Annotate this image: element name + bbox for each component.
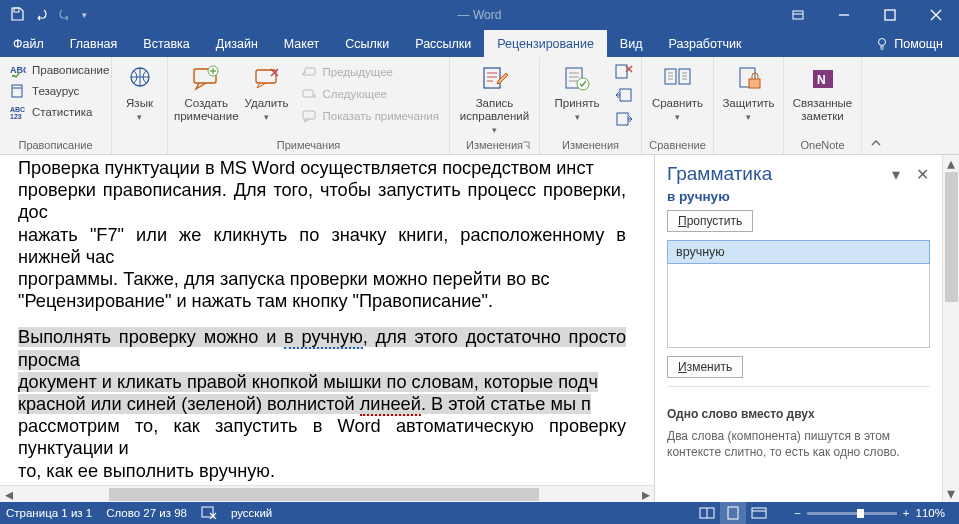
next-comment-icon [301, 86, 317, 102]
thesaurus-button[interactable]: Тезаурус [6, 82, 105, 100]
grammar-error[interactable]: в ручную [284, 327, 363, 349]
tab-view[interactable]: Вид [607, 30, 656, 57]
svg-rect-27 [202, 507, 213, 517]
thesaurus-icon [10, 83, 26, 99]
save-icon[interactable] [10, 7, 24, 24]
tab-home[interactable]: Главная [57, 30, 131, 57]
group-changes-label: Изменения [562, 139, 619, 151]
scroll-up-icon[interactable]: ▴ [943, 155, 959, 172]
group-onenote-label: OneNote [800, 139, 844, 151]
tab-review[interactable]: Рецензирование [484, 30, 607, 57]
document-body[interactable]: Проверка пунктуации в MS Word осуществля… [0, 155, 654, 482]
protect-button[interactable]: Защитить ▾ [720, 61, 777, 123]
next-change-icon[interactable] [614, 111, 634, 131]
zoom-in-icon[interactable]: + [903, 507, 910, 519]
pane-subject: в ручную [655, 187, 942, 210]
zoom-out-icon[interactable]: − [794, 507, 801, 519]
scroll-left-icon[interactable]: ◂ [0, 486, 17, 503]
language-button[interactable]: Язык ▾ [118, 61, 161, 123]
svg-text:ABC: ABC [10, 106, 25, 113]
svg-text:N: N [817, 73, 826, 87]
group-proofing-label: Правописание [18, 139, 92, 151]
change-button[interactable]: Изменить [667, 356, 743, 378]
minimize-icon[interactable] [821, 0, 867, 30]
next-comment-button[interactable]: Следующее [297, 85, 443, 103]
grammar-pane: Грамматика ▾ ✕ в ручную Пропустить вручн… [655, 155, 942, 502]
tell-me[interactable]: Помощн [859, 30, 959, 57]
protect-icon [733, 63, 765, 95]
status-page[interactable]: Страница 1 из 1 [6, 507, 92, 519]
svg-rect-19 [620, 89, 631, 101]
svg-rect-5 [12, 85, 22, 97]
suggestion-item[interactable]: вручную [667, 240, 930, 264]
zoom-slider[interactable] [807, 512, 897, 515]
svg-rect-0 [14, 8, 19, 12]
delete-comment-button[interactable]: Удалить ▾ [243, 61, 291, 123]
status-language[interactable]: русский [231, 507, 272, 519]
zoom-level[interactable]: 110% [916, 507, 945, 519]
accept-button[interactable]: Принять ▾ [546, 61, 608, 123]
svg-rect-18 [616, 65, 627, 78]
group-tracking-label: Изменения [466, 139, 523, 151]
scroll-thumb[interactable] [945, 172, 958, 302]
tab-developer[interactable]: Разработчик [655, 30, 754, 57]
linked-notes-button[interactable]: N Связанные заметки [790, 61, 855, 123]
maximize-icon[interactable] [867, 0, 913, 30]
ribbon-options-icon[interactable] [775, 0, 821, 30]
prev-comment-icon [301, 64, 317, 80]
dropdown-icon: ▾ [675, 112, 680, 122]
tab-design[interactable]: Дизайн [203, 30, 271, 57]
scroll-thumb[interactable] [109, 488, 539, 501]
tab-mailings[interactable]: Рассылки [402, 30, 484, 57]
scroll-down-icon[interactable]: ▾ [943, 485, 959, 502]
collapse-ribbon-icon[interactable] [862, 57, 890, 154]
svg-rect-29 [728, 507, 738, 519]
svg-rect-12 [305, 68, 315, 75]
prev-comment-button[interactable]: Предыдущее [297, 63, 443, 81]
svg-rect-20 [617, 113, 628, 125]
track-changes-icon [479, 63, 511, 95]
dropdown-icon: ▾ [264, 112, 269, 122]
web-layout-icon[interactable] [746, 502, 772, 524]
accept-icon [561, 63, 593, 95]
dropdown-icon: ▾ [746, 112, 751, 122]
compare-button[interactable]: Сравнить ▾ [648, 61, 707, 123]
track-changes-button[interactable]: Запись исправлений ▾ [456, 61, 533, 136]
proofing-status-icon[interactable] [201, 505, 217, 521]
language-icon [124, 63, 156, 95]
scroll-right-icon[interactable]: ▸ [637, 486, 654, 503]
tab-insert[interactable]: Вставка [130, 30, 202, 57]
status-words[interactable]: Слово 27 из 98 [106, 507, 187, 519]
svg-rect-13 [303, 90, 313, 97]
svg-text:123: 123 [10, 113, 22, 120]
horizontal-scrollbar[interactable]: ◂ ▸ [0, 485, 654, 502]
dropdown-icon: ▾ [137, 112, 142, 122]
suggestion-list[interactable]: вручную [667, 240, 930, 348]
dialog-launcher-icon[interactable] [521, 141, 533, 153]
rule-title: Одно слово вместо двух [667, 407, 930, 421]
pane-close-icon[interactable]: ✕ [912, 164, 932, 184]
tab-layout[interactable]: Макет [271, 30, 332, 57]
lightbulb-icon [875, 37, 889, 51]
stats-icon: ABC123 [10, 104, 26, 120]
vertical-scrollbar[interactable]: ▴ ▾ [942, 155, 959, 502]
show-comments-button[interactable]: Показать примечания [297, 107, 443, 125]
svg-point-3 [879, 38, 886, 45]
spelling-error[interactable]: линеей [360, 394, 421, 416]
qat-more-icon[interactable]: ▾ [82, 10, 87, 20]
svg-rect-2 [885, 10, 895, 20]
word-count-button[interactable]: ABC123 Статистика [6, 103, 105, 121]
reject-icon[interactable] [614, 63, 634, 83]
new-comment-button[interactable]: Создать примечание [174, 61, 239, 123]
undo-icon[interactable] [34, 7, 48, 24]
redo-icon[interactable] [58, 7, 72, 24]
tab-references[interactable]: Ссылки [332, 30, 402, 57]
read-mode-icon[interactable] [694, 502, 720, 524]
spelling-button[interactable]: ABC Правописание [6, 61, 105, 79]
tab-file[interactable]: Файл [0, 30, 57, 57]
close-icon[interactable] [913, 0, 959, 30]
prev-change-icon[interactable] [614, 87, 634, 107]
print-layout-icon[interactable] [720, 502, 746, 524]
ignore-button[interactable]: Пропустить [667, 210, 753, 232]
pane-options-icon[interactable]: ▾ [886, 164, 906, 184]
